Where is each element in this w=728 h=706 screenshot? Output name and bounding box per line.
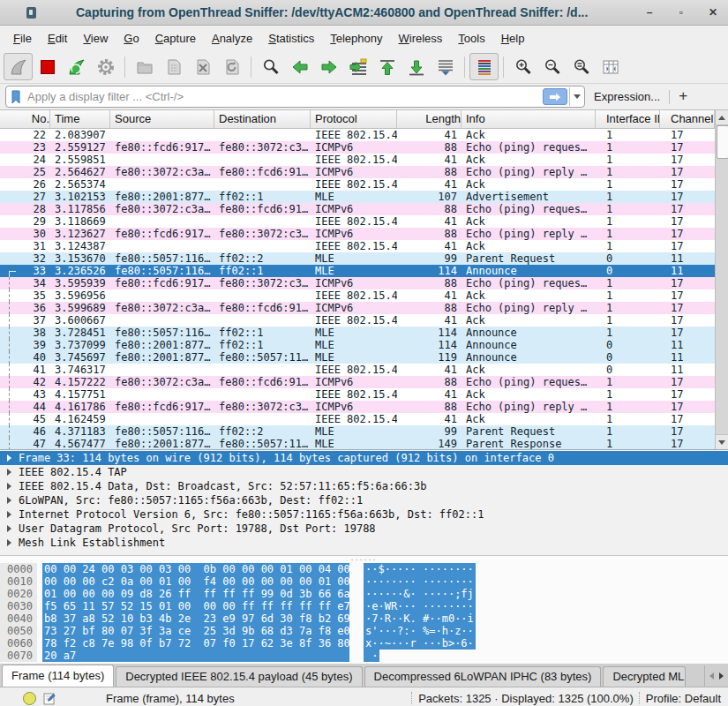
hex-ascii[interactable]: ········ ········: [364, 575, 476, 588]
column-header-destination[interactable]: Destination: [214, 110, 311, 128]
expression-button[interactable]: Expression...: [592, 90, 662, 103]
column-header-length[interactable]: Length: [397, 110, 462, 128]
byte-tab-1[interactable]: Decrypted IEEE 802.15.4 payload (45 byte…: [116, 666, 362, 687]
packet-row[interactable]: 353.596956IEEE 802.15.441Ack117: [0, 289, 715, 302]
packet-row[interactable]: 313.124387IEEE 802.15.441Ack117: [0, 240, 715, 252]
hex-bytes[interactable]: b8 37 a8 52 10 b3 4b 2e 23 e9 97 6d 30 f…: [42, 612, 349, 625]
hex-ascii[interactable]: ··$····· ········: [364, 563, 476, 575]
expand-arrow-icon[interactable]: [7, 497, 11, 504]
column-header-time[interactable]: Time: [50, 110, 110, 128]
byte-tab-0[interactable]: Frame (114 bytes): [2, 665, 114, 687]
hex-ascii[interactable]: x··~···r ···b>·6·: [364, 637, 476, 650]
menu-edit[interactable]: Edit: [40, 28, 75, 49]
go-forward-button[interactable]: [314, 53, 343, 80]
packet-row[interactable]: 454.162459IEEE 802.15.441Ack117: [0, 413, 715, 425]
zoom-reset-button[interactable]: [567, 53, 596, 80]
bookmark-icon[interactable]: [10, 89, 22, 105]
zoom-in-button[interactable]: [508, 53, 537, 80]
detail-row[interactable]: 6LoWPAN, Src: fe80::5057:1165:f56a:663b,…: [0, 493, 728, 507]
packet-row[interactable]: 252.564627fe80::3072:c3a…fe80::fcd6:91…I…: [0, 166, 715, 178]
packet-row[interactable]: 242.559851IEEE 802.15.441Ack117: [0, 154, 715, 166]
scrollbar-thumb[interactable]: [717, 125, 728, 159]
status-profile[interactable]: Profile: Default: [646, 692, 721, 705]
packet-row[interactable]: 383.728451fe80::5057:116…ff02::1MLE114An…: [0, 327, 715, 339]
packet-row[interactable]: 413.746317IEEE 802.15.441Ack011: [0, 364, 715, 376]
detail-row[interactable]: IEEE 802.15.4 TAP: [0, 465, 728, 479]
expand-arrow-icon[interactable]: [7, 483, 11, 490]
detail-row[interactable]: User Datagram Protocol, Src Port: 19788,…: [0, 522, 728, 536]
packet-row[interactable]: 232.559127fe80::fcd6:917…fe80::3072:c3…I…: [0, 141, 715, 154]
menu-telephony[interactable]: Telephony: [322, 28, 390, 49]
hex-ascii[interactable]: ······&· ·····;fj: [364, 588, 476, 600]
expand-arrow-icon[interactable]: [7, 454, 11, 462]
reload-file-button[interactable]: [217, 53, 246, 80]
detail-row[interactable]: Internet Protocol Version 6, Src: fe80::…: [0, 507, 728, 522]
save-file-button[interactable]: [159, 53, 188, 80]
hex-bytes[interactable]: 00 00 24 00 03 00 03 00 0b 00 00 00 01 0…: [42, 563, 349, 575]
hex-bytes[interactable]: 01 00 00 00 09 d8 26 ff ff ff ff 99 0d 3…: [42, 588, 349, 600]
detail-row[interactable]: IEEE 802.15.4 Data, Dst: Broadcast, Src:…: [0, 479, 728, 493]
menu-capture[interactable]: Capture: [147, 28, 204, 49]
start-capture-button[interactable]: [4, 53, 33, 80]
filter-dropdown-button[interactable]: [569, 87, 584, 106]
detail-row[interactable]: Frame 33: 114 bytes on wire (912 bits), …: [0, 451, 728, 465]
expand-arrow-icon[interactable]: [7, 511, 11, 518]
hex-row[interactable]: 002001 00 00 00 09 d8 26 ff ff ff ff 99 …: [0, 588, 728, 600]
packet-row[interactable]: 373.600667IEEE 802.15.441Ack117: [0, 314, 715, 327]
scroll-down-button[interactable]: [716, 434, 728, 449]
packet-row[interactable]: 273.102153fe80::2001:877…ff02::1MLE107Ad…: [0, 191, 715, 203]
hex-ascii[interactable]: ·e·WR··· ········: [364, 600, 476, 612]
go-to-packet-button[interactable]: [343, 53, 372, 80]
packet-row[interactable]: 464.371183fe80::5057:116…ff02::2MLE99Par…: [0, 425, 715, 438]
expert-info-icon[interactable]: [23, 692, 36, 705]
capture-comment-icon[interactable]: [43, 692, 56, 705]
hex-bytes[interactable]: 78 f2 c8 7e 98 0f b7 72 07 f0 17 62 3e 8…: [42, 637, 349, 650]
hex-bytes[interactable]: 73 27 bf 80 07 3f 3a ce 25 3d 9b 68 d3 7…: [42, 625, 349, 637]
hex-ascii[interactable]: s'···?:· %=·h·z··: [364, 625, 476, 637]
column-header-no[interactable]: No.: [0, 110, 50, 128]
byte-tab-2[interactable]: Decompressed 6LoWPAN IPHC (83 bytes): [364, 666, 602, 687]
open-file-button[interactable]: [130, 53, 159, 80]
detail-row[interactable]: Mesh Link Establishment: [0, 536, 728, 550]
hex-row[interactable]: 007020 a7 ·: [0, 650, 728, 662]
display-filter-box[interactable]: [5, 86, 585, 108]
hex-bytes[interactable]: 00 00 00 c2 0a 00 01 00 f4 00 00 00 00 0…: [42, 575, 349, 588]
hex-ascii[interactable]: ·7·R··K. #··m0··i: [364, 612, 476, 625]
menu-help[interactable]: Help: [493, 28, 533, 49]
packet-row[interactable]: 444.161786fe80::fcd6:917…fe80::3072:c3…I…: [0, 401, 715, 413]
go-first-button[interactable]: [372, 53, 402, 80]
menu-view[interactable]: View: [75, 28, 116, 49]
maximize-button[interactable]: ▫: [675, 6, 687, 19]
hex-bytes[interactable]: 20 a7: [42, 650, 349, 662]
menu-go[interactable]: Go: [116, 28, 146, 49]
menu-statistics[interactable]: Statistics: [260, 28, 322, 49]
packet-row[interactable]: 403.745697fe80::2001:877…fe80::5057:11…M…: [0, 351, 715, 364]
packet-list-scrollbar[interactable]: [715, 110, 728, 449]
packet-row[interactable]: 333.236526fe80::5057:116…ff02::1MLE114An…: [0, 265, 715, 277]
hex-row[interactable]: 0040b8 37 a8 52 10 b3 4b 2e 23 e9 97 6d …: [0, 612, 728, 625]
menu-tools[interactable]: Tools: [450, 28, 492, 49]
packet-row[interactable]: 222.083907IEEE 802.15.441Ack117: [0, 129, 715, 141]
packet-row[interactable]: 293.118669IEEE 802.15.441Ack117: [0, 215, 715, 228]
column-header-protocol[interactable]: Protocol: [311, 110, 397, 128]
zoom-out-button[interactable]: [537, 53, 567, 80]
expand-arrow-icon[interactable]: [7, 469, 11, 476]
column-header-source[interactable]: Source: [110, 110, 214, 128]
packet-row[interactable]: 303.123627fe80::fcd6:917…fe80::3072:c3…I…: [0, 228, 715, 240]
colorize-packets-button[interactable]: [469, 53, 499, 80]
expand-arrow-icon[interactable]: [7, 525, 11, 532]
apply-filter-button[interactable]: [543, 88, 567, 105]
packet-row[interactable]: 424.157222fe80::3072:c3a…fe80::fcd6:91…I…: [0, 376, 715, 388]
hex-row[interactable]: 001000 00 00 c2 0a 00 01 00 f4 00 00 00 …: [0, 575, 728, 588]
byte-tab-3[interactable]: Decrypted ML: [603, 666, 686, 687]
packet-bytes-pane[interactable]: ······ 000000 00 24 00 03 00 03 00 0b 00…: [0, 556, 728, 664]
stop-capture-button[interactable]: [33, 53, 62, 80]
hex-bytes[interactable]: f5 65 11 57 52 15 01 00 00 00 ff ff ff f…: [42, 600, 349, 612]
capture-options-button[interactable]: [91, 53, 120, 80]
splitter-grip[interactable]: ······: [351, 557, 378, 562]
packet-row[interactable]: 262.565374IEEE 802.15.441Ack117: [0, 178, 715, 191]
close-button[interactable]: ✕: [707, 6, 719, 19]
tab-scroll-right-icon[interactable]: [719, 672, 724, 680]
hex-row[interactable]: 0030f5 65 11 57 52 15 01 00 00 00 ff ff …: [0, 600, 728, 612]
packet-row[interactable]: 393.737099fe80::2001:877…ff02::1MLE114An…: [0, 339, 715, 351]
